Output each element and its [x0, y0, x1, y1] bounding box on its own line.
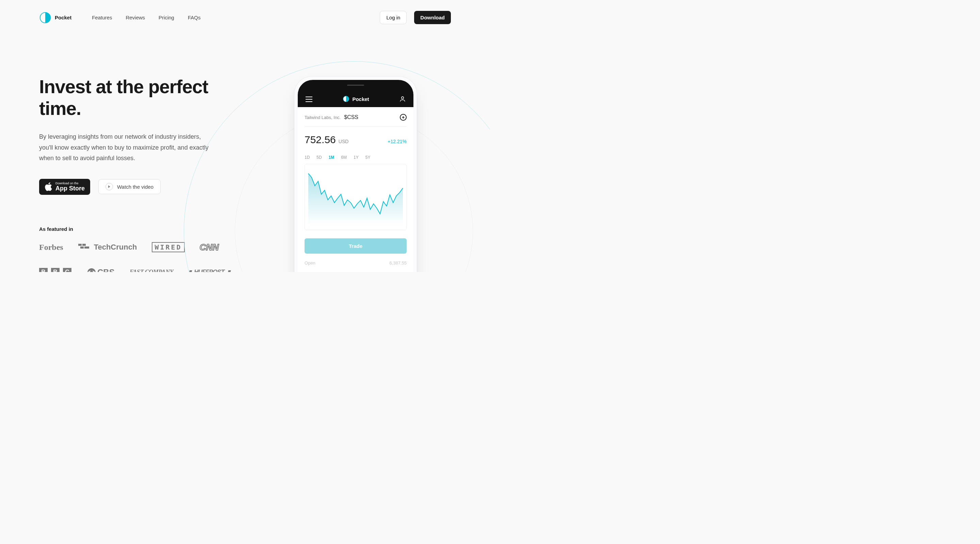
- nav-reviews[interactable]: Reviews: [126, 14, 145, 21]
- logo-techcrunch: TechCrunch: [78, 243, 137, 252]
- period-5d[interactable]: 5D: [317, 155, 321, 160]
- featured-logos: Forbes TechCrunch WIRED CNN BBC CBS FAST…: [39, 242, 250, 272]
- logo-cnn: CNN: [200, 242, 219, 253]
- app-store-overline: Download on the: [56, 182, 85, 185]
- svg-rect-2: [82, 244, 86, 246]
- open-value: 6,387.55: [389, 260, 407, 266]
- logo-cbs: CBS: [87, 268, 115, 272]
- phone-notch: [328, 80, 383, 89]
- logo-wired: WIRED: [152, 242, 185, 252]
- logo-fastcompany: FAST COMPANY: [130, 269, 173, 272]
- company-name: Tailwind Labs, Inc.: [305, 115, 340, 120]
- price-row: 752.56 USD +12.21%: [305, 127, 407, 146]
- pocket-logo-icon: [39, 11, 51, 24]
- watch-video-label: Watch the video: [117, 184, 153, 190]
- period-5y[interactable]: 5Y: [366, 155, 371, 160]
- logo-forbes: Forbes: [39, 243, 63, 252]
- logo-bbc: BBC: [39, 268, 72, 272]
- hero-section: Invest at the perfect time. By leveragin…: [0, 35, 248, 195]
- svg-point-12: [401, 97, 404, 99]
- app-title-group: Pocket: [343, 95, 369, 102]
- download-button[interactable]: Download: [414, 11, 451, 24]
- svg-rect-1: [78, 244, 82, 246]
- menu-icon[interactable]: [305, 96, 313, 102]
- app-store-label: App Store: [56, 185, 85, 192]
- site-header: Pocket Features Reviews Pricing FAQs Log…: [0, 0, 490, 35]
- nav-pricing[interactable]: Pricing: [159, 14, 174, 21]
- period-selector: 1D 5D 1M 6M 1Y 5Y: [305, 146, 407, 164]
- hero-subtitle: By leveraging insights from our network …: [39, 132, 209, 164]
- app-body: Tailwind Labs, Inc. $CSS + 752.56 USD +1…: [298, 107, 414, 272]
- currency-label: USD: [339, 139, 349, 144]
- price-change: +12.21%: [388, 139, 407, 144]
- play-icon: [105, 183, 113, 190]
- ticker-symbol: $CSS: [344, 114, 358, 121]
- watch-video-button[interactable]: Watch the video: [98, 179, 161, 194]
- period-1d[interactable]: 1D: [305, 155, 310, 160]
- hero-cta-group: Download on the App Store Watch the vide…: [39, 179, 209, 195]
- period-1m[interactable]: 1M: [329, 155, 334, 160]
- trade-button[interactable]: Trade: [305, 238, 407, 254]
- stock-price: 752.56: [305, 134, 336, 146]
- brand-name: Pocket: [55, 14, 72, 21]
- app-store-button[interactable]: Download on the App Store: [39, 179, 90, 195]
- open-label: Open: [305, 260, 315, 266]
- stock-header-row: Tailwind Labs, Inc. $CSS +: [305, 114, 407, 127]
- nav-faqs[interactable]: FAQs: [188, 14, 201, 21]
- open-row: Open 6,387.55: [305, 254, 407, 266]
- nav-features[interactable]: Features: [92, 14, 112, 21]
- hero-title: Invest at the perfect time.: [39, 76, 209, 119]
- apple-icon: [45, 182, 52, 191]
- svg-rect-4: [84, 246, 89, 249]
- svg-rect-3: [80, 246, 84, 249]
- period-6m[interactable]: 6M: [341, 155, 347, 160]
- app-store-text: Download on the App Store: [56, 182, 85, 192]
- primary-nav: Features Reviews Pricing FAQs: [92, 14, 200, 21]
- phone-screen: Pocket Tailwind Labs, Inc. $CSS + 752.56…: [298, 80, 414, 272]
- pocket-logo-icon: [343, 95, 350, 102]
- app-title: Pocket: [352, 96, 369, 102]
- logo-huffpost: ▮HUFFPOST▮: [188, 269, 230, 272]
- login-button[interactable]: Log in: [380, 11, 407, 24]
- price-chart: [305, 164, 407, 230]
- add-icon[interactable]: +: [400, 114, 407, 121]
- brand-logo-group[interactable]: Pocket: [39, 11, 72, 24]
- header-actions: Log in Download: [380, 11, 451, 24]
- period-1y[interactable]: 1Y: [353, 155, 359, 160]
- phone-mockup: Pocket Tailwind Labs, Inc. $CSS + 752.56…: [294, 76, 417, 272]
- user-icon[interactable]: [399, 95, 406, 102]
